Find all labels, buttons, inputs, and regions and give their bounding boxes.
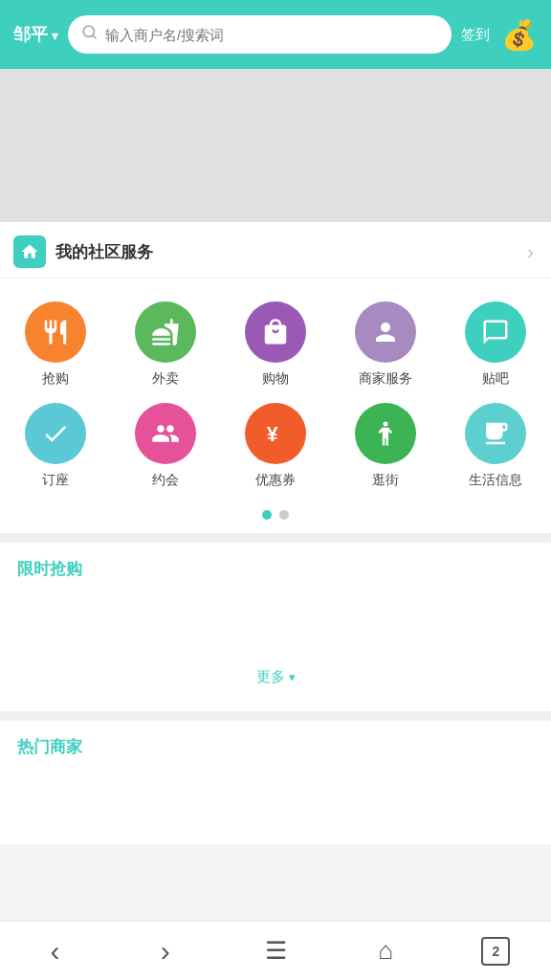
svg-text:¥: ¥ bbox=[267, 423, 278, 446]
svg-point-3 bbox=[384, 422, 388, 427]
icon-label-gouwu: 购物 bbox=[262, 370, 289, 388]
icon-dingzuo[interactable]: 订座 bbox=[0, 395, 110, 497]
nav-menu[interactable]: ☰ bbox=[220, 922, 330, 980]
icon-label-tieba: 贴吧 bbox=[482, 370, 509, 388]
flash-sale-content bbox=[17, 580, 534, 657]
search-icon bbox=[81, 24, 98, 45]
icon-label-dingzuo: 订座 bbox=[42, 472, 69, 489]
search-bar[interactable] bbox=[68, 15, 452, 54]
more-chevron-icon: ▾ bbox=[289, 670, 296, 684]
windows-icon: 2 bbox=[481, 937, 510, 966]
icon-circle-yuehui bbox=[135, 403, 196, 464]
bottom-nav: ‹ › ☰ ⌂ 2 bbox=[0, 921, 551, 980]
icon-circle-youhuiquan: ¥ bbox=[245, 403, 306, 464]
hot-merchants-section: 热门商家 bbox=[0, 721, 551, 844]
more-label: 更多 bbox=[256, 668, 285, 686]
icon-qiangou[interactable]: 抢购 bbox=[0, 294, 110, 395]
flash-sale-title: 限时抢购 bbox=[17, 558, 534, 580]
icon-tieba[interactable]: 贴吧 bbox=[441, 294, 551, 395]
svg-line-1 bbox=[93, 35, 96, 38]
page-dots bbox=[0, 504, 551, 533]
banner bbox=[0, 69, 551, 222]
bag-button[interactable]: 💰 bbox=[499, 15, 538, 54]
community-title: 我的社区服务 bbox=[55, 241, 153, 263]
icon-circle-shenghuo bbox=[465, 403, 526, 464]
community-more-icon[interactable]: › bbox=[527, 241, 534, 263]
more-button[interactable]: 更多 ▾ bbox=[17, 657, 534, 702]
icon-label-yuehui: 约会 bbox=[152, 472, 179, 489]
nav-forward[interactable]: › bbox=[110, 922, 220, 980]
hot-merchants-title: 热门商家 bbox=[17, 736, 534, 758]
home-icon: ⌂ bbox=[378, 936, 393, 966]
community-section: 我的社区服务 › 抢购 外卖 bbox=[0, 222, 551, 533]
search-input[interactable] bbox=[105, 27, 438, 43]
dot-1 bbox=[262, 510, 272, 520]
icon-circle-dingzuo bbox=[25, 403, 86, 464]
icon-yuehui[interactable]: 约会 bbox=[110, 395, 220, 497]
divider-2 bbox=[0, 711, 551, 721]
icon-label-shangjia: 商家服务 bbox=[359, 370, 412, 388]
back-icon: ‹ bbox=[51, 935, 60, 968]
nav-home[interactable]: ⌂ bbox=[331, 922, 441, 980]
icon-youhuiquan[interactable]: ¥ 优惠券 bbox=[220, 395, 330, 497]
forward-icon: › bbox=[161, 935, 170, 968]
icon-circle-tieba bbox=[465, 301, 526, 363]
nav-windows[interactable]: 2 bbox=[441, 922, 551, 980]
icon-label-youhuiquan: 优惠券 bbox=[255, 472, 296, 489]
icon-label-jiejie: 逛街 bbox=[372, 472, 399, 489]
icon-shenghuo[interactable]: 生活信息 bbox=[441, 395, 551, 497]
bag-icon: 💰 bbox=[501, 18, 537, 52]
location-button[interactable]: 邹平 ▾ bbox=[13, 23, 58, 46]
community-header: 我的社区服务 › bbox=[0, 222, 551, 278]
icon-shangjia[interactable]: 商家服务 bbox=[331, 294, 441, 395]
signin-button[interactable]: 签到 bbox=[461, 26, 490, 44]
icon-waimai[interactable]: 外卖 bbox=[110, 294, 220, 395]
community-header-left: 我的社区服务 bbox=[13, 235, 153, 268]
community-house-icon bbox=[13, 235, 46, 268]
icon-circle-jiejie bbox=[355, 403, 416, 464]
location-chevron-icon: ▾ bbox=[52, 29, 58, 43]
header: 邹平 ▾ 签到 💰 bbox=[0, 0, 551, 69]
nav-back[interactable]: ‹ bbox=[0, 922, 110, 980]
dot-2 bbox=[279, 510, 289, 520]
menu-icon: ☰ bbox=[265, 936, 287, 966]
icon-circle-shangjia bbox=[355, 301, 416, 363]
icon-label-qiangou: 抢购 bbox=[42, 370, 69, 388]
icons-grid-row1: 抢购 外卖 购物 bbox=[0, 278, 551, 504]
hot-merchants-content bbox=[17, 768, 534, 825]
icon-gouwu[interactable]: 购物 bbox=[220, 294, 330, 395]
icon-circle-waimai bbox=[135, 301, 196, 363]
icon-label-shenghuo: 生活信息 bbox=[469, 472, 522, 489]
icon-jiejie[interactable]: 逛街 bbox=[331, 395, 441, 497]
icon-label-waimai: 外卖 bbox=[152, 370, 179, 388]
flash-sale-section: 限时抢购 更多 ▾ bbox=[0, 543, 551, 711]
location-label: 邹平 bbox=[13, 23, 48, 46]
icon-circle-qiangou bbox=[25, 301, 86, 363]
icon-circle-gouwu bbox=[245, 301, 306, 363]
divider-1 bbox=[0, 533, 551, 543]
